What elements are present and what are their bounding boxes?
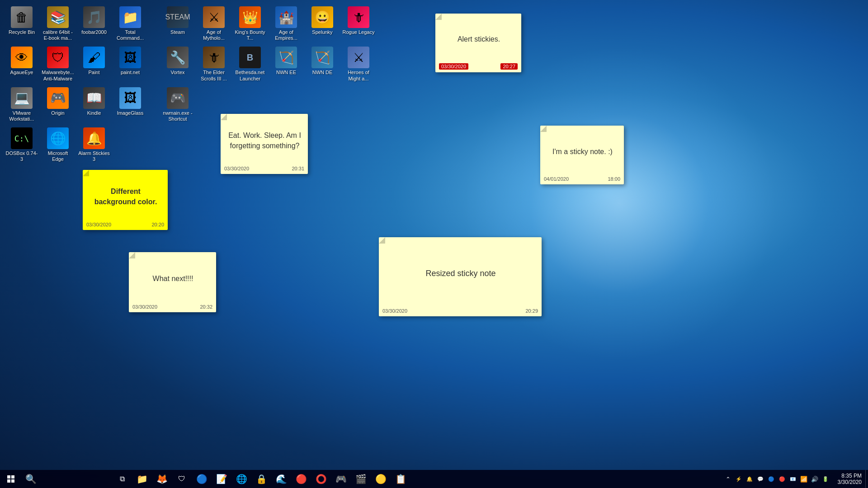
sticky-alert[interactable]: Alert stickies. 03/30/2020 20:27 [435, 14, 521, 72]
taskbar-app-explorer[interactable]: 📁 [132, 470, 152, 488]
icon-calibre[interactable]: 📚 calibre 64bit - E-book ma... [40, 4, 76, 44]
sticky-im-sticky[interactable]: I'm a sticky note. :) 04/01/2020 18:00 [540, 126, 624, 184]
app4-taskbar-icon: 🔒 [256, 474, 267, 484]
kings-bounty-icon: 👑 [239, 6, 261, 28]
tray-icon-2[interactable]: 🔔 [745, 474, 754, 483]
icon-alarm-stickies-label: Alarm Stickies 3 [78, 150, 110, 162]
tray-battery-icon[interactable]: 🔋 [821, 474, 830, 483]
taskbar-app-app3[interactable]: 🌐 [231, 470, 251, 488]
icon-rogue-legacy[interactable]: 🗡 Rogue Legacy [340, 4, 377, 44]
nwmain-icon: 🎮 [167, 87, 189, 109]
desktop-icons-area: 🗑 Recycle Bin 📚 calibre 64bit - E-book m… [0, 0, 152, 165]
taskbar-app-edge[interactable]: 🌊 [271, 470, 291, 488]
heroes-icon: ⚔ [348, 47, 369, 68]
icon-age-mythology[interactable]: ⚔ Age of Mytholo... [196, 4, 232, 44]
icon-imageglass[interactable]: 🖼 ImageGlass [112, 84, 148, 125]
icon-nwnde[interactable]: 🏹 NWN DE [304, 44, 340, 84]
taskbar-clock[interactable]: 8:35 PM 3/30/2020 [834, 473, 865, 485]
sticky-yellow[interactable]: Different background color. 03/30/2020 2… [83, 170, 168, 230]
icon-elder-scrolls[interactable]: 🗡 The Elder Scrolls III ... [196, 44, 232, 84]
taskbar-app-vlc[interactable]: 🎬 [351, 470, 371, 488]
icon-kings-bounty[interactable]: 👑 King's Bounty T... [232, 4, 268, 44]
taskbar-search[interactable]: 🔍 [22, 470, 112, 488]
sticky-eat-work[interactable]: Eat. Work. Sleep. Am I forgetting someth… [221, 114, 308, 174]
malwarebytes-icon: 🛡 [47, 47, 69, 68]
icon-malwarebytes-label: Malwarebyte... Anti-Malware [42, 70, 74, 81]
app2-taskbar-icon: 🔵 [196, 474, 208, 484]
clock-date: 3/30/2020 [838, 479, 862, 485]
icon-steam[interactable]: STEAM Steam [160, 4, 196, 44]
tray-icon-5[interactable]: 🔴 [778, 474, 787, 483]
icon-msedge[interactable]: 🌐 Microsoft Edge [40, 125, 76, 165]
taskbar-task-view[interactable]: ⧉ [112, 470, 132, 488]
icon-alarm-stickies[interactable]: 🔔 Alarm Stickies 3 [76, 125, 112, 165]
taskbar-app-word[interactable]: 📝 [212, 470, 231, 488]
icon-total-commander[interactable]: 📁 Total Command... [112, 4, 148, 44]
icon-vortex[interactable]: 🔧 Vortex [160, 44, 196, 84]
icon-heroes[interactable]: ⚔ Heroes of Might a... [340, 44, 377, 84]
icon-bethesda-label: Bethesda.net Launcher [234, 70, 266, 81]
icon-recycle-bin-label: Recycle Bin [9, 29, 35, 35]
icon-malwarebytes[interactable]: 🛡 Malwarebyte... Anti-Malware [40, 44, 76, 84]
icon-paintnet[interactable]: 🖼 paint.net [112, 44, 148, 84]
icon-kindle[interactable]: 📖 Kindle [76, 84, 112, 125]
tray-icon-4[interactable]: 🔵 [767, 474, 776, 483]
icon-nwmain[interactable]: 🎮 nwmain.exe - Shortcut [160, 84, 196, 125]
age-empires-icon: 🏰 [275, 6, 297, 28]
taskbar-app-app2[interactable]: 🔵 [192, 470, 212, 488]
taskbar-app-app7[interactable]: 📋 [391, 470, 410, 488]
icon-agaueeye[interactable]: 👁 AgaueEye [4, 44, 40, 84]
bethesda-icon: B [239, 47, 261, 68]
tray-chevron[interactable]: ⌃ [723, 474, 732, 483]
tray-network-icon[interactable]: 📶 [799, 474, 808, 483]
corner-fold-eat [221, 114, 227, 120]
icon-spelunky[interactable]: 😀 Spelunky [304, 4, 340, 44]
task-view-icon: ⧉ [120, 475, 125, 483]
icon-paint[interactable]: 🖌 Paint [76, 44, 112, 84]
sticky-eat-work-date: 03/30/2020 [224, 166, 249, 171]
tray-icon-6[interactable]: 📧 [788, 474, 797, 483]
icon-origin[interactable]: 🎮 Origin [40, 84, 76, 125]
sticky-eat-work-text: Eat. Work. Sleep. Am I forgetting someth… [228, 131, 302, 151]
show-desktop-button[interactable] [865, 470, 868, 488]
icon-nwnde-label: NWN DE [312, 70, 333, 75]
tray-icon-3[interactable]: 💬 [756, 474, 765, 483]
tray-icon-1[interactable]: ⚡ [734, 474, 743, 483]
icon-age-empires[interactable]: 🏰 Age of Empires... [268, 4, 304, 44]
icon-recycle-bin[interactable]: 🗑 Recycle Bin [4, 4, 40, 44]
taskbar-app-gog[interactable]: 🎮 [331, 470, 351, 488]
icon-foobar2000[interactable]: 🎵 foobar2000 [76, 4, 112, 44]
taskbar-app-chrome[interactable]: ⭕ [311, 470, 331, 488]
taskbar-app-app4[interactable]: 🔒 [251, 470, 271, 488]
icon-vmware[interactable]: 💻 VMware Workstati... [4, 84, 40, 125]
explorer-taskbar-icon: 📁 [137, 474, 148, 484]
icon-vortex-label: Vortex [170, 70, 184, 75]
sticky-resized-text: Resized sticky note [425, 268, 495, 279]
icon-bethesda[interactable]: B Bethesda.net Launcher [232, 44, 268, 84]
taskbar-app-app1[interactable]: 🛡 [172, 470, 192, 488]
icon-kings-bounty-label: King's Bounty T... [234, 29, 266, 41]
sticky-what-next[interactable]: What next!!!! 03/30/2020 20:32 [129, 252, 216, 312]
icon-nwnee-label: NWN EE [276, 70, 296, 75]
icon-nwnee[interactable]: 🏹 NWN EE [268, 44, 304, 84]
taskbar: 🔍 ⧉ 📁 🦊 🛡 🔵 📝 🌐 🔒 🌊 🔴 [0, 470, 868, 488]
nwnee-icon: 🏹 [275, 47, 297, 68]
tray-volume-icon[interactable]: 🔊 [810, 474, 819, 483]
icon-kindle-label: Kindle [87, 110, 101, 116]
alarm-stickies-icon: 🔔 [83, 127, 105, 149]
start-button[interactable] [0, 470, 22, 488]
sticky-alert-time: 20:27 [500, 63, 518, 70]
app5-taskbar-icon: 🔴 [296, 474, 307, 484]
rogue-legacy-icon: 🗡 [348, 6, 369, 28]
sticky-resized-date: 03/30/2020 [382, 308, 407, 314]
recycle-bin-icon: 🗑 [11, 6, 33, 28]
sticky-resized[interactable]: Resized sticky note 03/30/2020 20:29 [379, 237, 542, 316]
icon-age-mythology-label: Age of Mytholo... [198, 29, 230, 41]
taskbar-app-app5[interactable]: 🔴 [291, 470, 311, 488]
icon-spelunky-label: Spelunky [312, 29, 332, 35]
icon-dosbox[interactable]: C:\ DOSBox 0.74-3 [4, 125, 40, 165]
icon-calibre-label: calibre 64bit - E-book ma... [42, 29, 74, 41]
taskbar-app-app6[interactable]: 🟡 [371, 470, 391, 488]
taskbar-app-firefox[interactable]: 🦊 [152, 470, 172, 488]
corner-fold-what-next [129, 252, 135, 258]
